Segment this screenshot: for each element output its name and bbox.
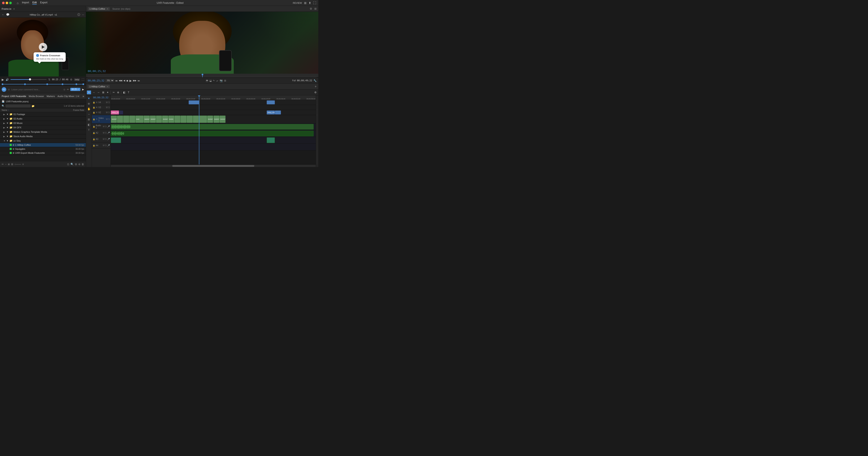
fit-select[interactable]: Fit [105, 79, 114, 82]
ctrl-play-back[interactable]: ◀ [123, 79, 125, 82]
track-lock-a2[interactable]: 🔒 [93, 132, 95, 134]
fullscreen-icon[interactable]: ⛶ [313, 1, 316, 5]
delete-button[interactable]: − [5, 163, 6, 166]
selection-tool[interactable]: ▼ [87, 90, 91, 94]
clip-v2-1[interactable]: Hilltop_1080 [111, 111, 119, 114]
play-button[interactable] [39, 43, 47, 51]
list-view-button[interactable]: ≣ [8, 163, 10, 166]
list-item[interactable]: ≣ Squiggles 30.00 fps [0, 147, 86, 151]
trash-button[interactable]: 🗑 [82, 163, 84, 166]
clip-v1-16[interactable]: SHGN7_S [207, 116, 213, 123]
preview-progress-bar[interactable] [10, 79, 46, 80]
clip-v4-2[interactable] [267, 101, 275, 105]
home-icon[interactable]: ⌂ [17, 1, 19, 5]
zoom-slider[interactable]: ○—— [14, 163, 21, 166]
list-item[interactable]: ≣ UXR Export Mode Featurette 30.00 fps [0, 151, 86, 155]
track-mute-v1[interactable]: M [106, 118, 107, 120]
track-mute-v3[interactable]: M [106, 106, 107, 109]
tab-audio-mixer[interactable]: Audio Clip Mixer: 1 H [58, 95, 79, 97]
audio-clip-a2[interactable] [111, 131, 314, 136]
nav-edit[interactable]: Edit [32, 1, 37, 5]
monitor-tab-close[interactable]: × [107, 7, 108, 10]
track-eye-v1[interactable]: 👁 [96, 118, 98, 120]
insert-tool[interactable]: ⬒ [206, 79, 208, 82]
track-eye-v3[interactable]: 👁 [96, 106, 98, 109]
ripple-tool[interactable]: ↔ [96, 90, 101, 94]
slip-tool[interactable]: ✦ [106, 90, 110, 94]
more-icon[interactable]: ··· [82, 13, 84, 16]
list-item[interactable]: ▶ ▼ 📁 01 Footage [0, 112, 86, 117]
audio-clip-a3-2[interactable] [267, 137, 275, 143]
draw-button[interactable]: ✏ [67, 88, 69, 91]
clip-v1-10[interactable]: SHGN [168, 116, 174, 123]
track-solo-v2[interactable]: S [108, 111, 110, 114]
v-tool-ripple[interactable]: ⊠ [87, 117, 91, 122]
v-tool-edit[interactable]: ↔ [87, 112, 91, 116]
ctrl-step-fwd[interactable]: ▶▶ [133, 79, 136, 82]
track-mic-a2[interactable]: 🎤 [107, 132, 110, 134]
storyboard-button[interactable]: ⊡ [67, 163, 69, 166]
track-solo-v3[interactable]: S [108, 106, 110, 109]
list-item[interactable]: ▶ ▼ 📁 Stock Audio Media [0, 134, 86, 139]
overwrite-tool[interactable]: ⬓ [209, 79, 212, 82]
clip-v1-11[interactable] [174, 116, 180, 123]
link-tool[interactable]: ◧ [122, 90, 126, 94]
comment-submit-button[interactable]: ➤ [82, 88, 84, 91]
monitor-layout-icon[interactable]: ⊞ [314, 7, 317, 10]
list-item[interactable]: ▶ ▼ 📁 03 Music [0, 121, 86, 125]
scroll-thumb[interactable] [172, 165, 254, 167]
ctrl-play[interactable]: ▶ [129, 79, 132, 82]
audio-clip-a3-1[interactable] [111, 137, 121, 143]
tabs-more-button[interactable]: » [83, 94, 84, 98]
list-item[interactable]: ▶ ▼ 📁 Motion Graphics Template Media [0, 130, 86, 134]
tab-project[interactable]: Project: UXR Featurette [2, 95, 26, 97]
frameio-hamburger[interactable]: ≡ [13, 7, 15, 10]
track-s-a2[interactable]: S [105, 132, 106, 134]
full-select[interactable]: Full [292, 79, 296, 82]
list-item[interactable]: ▶ ▼ 📁 04 GFX [0, 125, 86, 130]
more-options-button[interactable]: ⊛ [78, 163, 80, 166]
track-mic-a3[interactable]: 🎤 [107, 138, 110, 140]
ctrl-step-back[interactable]: ◀◀ [119, 79, 122, 82]
timeline-ruler[interactable]: 00;00;04;00 00;00;08;00 00;00;12;00 00;0… [111, 95, 316, 100]
track-lock-v4[interactable]: 🔒 [93, 102, 95, 104]
clip-v4-1[interactable] [189, 101, 199, 105]
audio-clip-a1[interactable] [111, 124, 314, 130]
track-m-a3[interactable]: M [103, 138, 104, 140]
search-input[interactable] [5, 105, 31, 108]
clip-v1-3[interactable] [123, 116, 129, 123]
clip-v1-18[interactable]: SHGN7_S [219, 116, 225, 123]
track-lock-v1[interactable]: 🔒 [93, 118, 95, 120]
timeline-tab[interactable]: 1 Hilltop Coffee × [88, 85, 110, 88]
time-stepper[interactable]: ⇅ [48, 78, 50, 81]
clip-v2-4[interactable] [275, 111, 281, 114]
list-item[interactable]: ≣ 1 Hilltop Coffee 59.94 fps [0, 143, 86, 147]
track-m-a2[interactable]: M [103, 132, 104, 134]
panel-menu-button[interactable]: ⊞ [75, 163, 77, 166]
track-lock-v2[interactable]: 🔒 [93, 112, 95, 114]
tab-markers[interactable]: Markers [46, 95, 55, 97]
clip-v1-13[interactable] [187, 116, 193, 123]
lift-tool[interactable]: ⬑ [213, 79, 215, 82]
emoji-button[interactable]: ☺ [63, 88, 66, 91]
rolling-tool[interactable]: ⊠ [101, 90, 105, 94]
list-item[interactable]: ▶ ▼ 📁 02 Audio [0, 117, 86, 121]
track-solo-v1[interactable]: S [108, 118, 110, 120]
timeline-tab-close[interactable]: × [107, 85, 108, 88]
clip-v2-2[interactable] [119, 111, 123, 114]
list-item[interactable]: ▼ ▼ 📁 zz Seq [0, 139, 86, 143]
settings-icon[interactable]: ⚙ [70, 78, 72, 81]
comment-mode-icon[interactable]: ☺ [7, 88, 10, 91]
comment-input[interactable]: Leave your comment here... [11, 88, 62, 91]
track-lock-a4[interactable]: 🔒 [93, 144, 95, 147]
track-select-tool[interactable]: → [92, 90, 96, 94]
track-s-a3[interactable]: S [105, 138, 106, 140]
comment-icon[interactable]: 💬 [6, 13, 9, 16]
volume-icon[interactable]: 🔊 [6, 78, 9, 81]
sort-menu-button[interactable]: ≡ [22, 163, 24, 166]
track-mute-v2[interactable]: M [106, 111, 107, 114]
new-item-button[interactable]: ✏ [2, 163, 4, 166]
tab-media-browser[interactable]: Media Browser [29, 95, 44, 97]
ctrl-to-in[interactable]: ⏮ [115, 79, 118, 82]
track-m-a1[interactable]: M [103, 125, 104, 128]
